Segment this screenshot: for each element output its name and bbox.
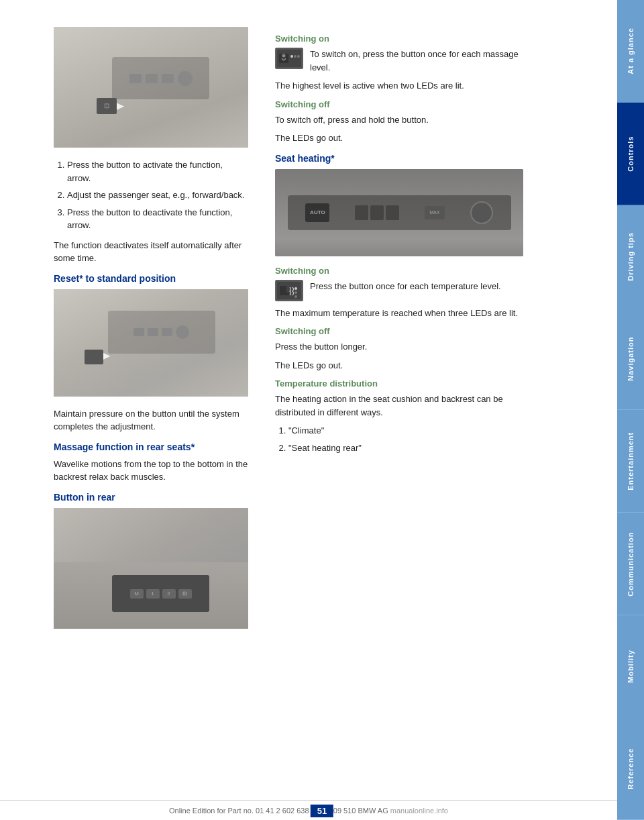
sidebar-item-entertainment[interactable]: Entertainment	[617, 410, 644, 513]
switching-off-heading-1: Switching off	[275, 99, 523, 109]
sidebar-item-controls[interactable]: Controls	[617, 103, 644, 205]
seat-heating-heading: Seat heating*	[275, 153, 523, 164]
leds-go-out-2: The LEDs go out.	[275, 359, 523, 372]
massage-on-icon	[275, 48, 303, 69]
sidebar-item-at-a-glance[interactable]: At a glance	[617, 0, 644, 103]
sidebar-item-communication[interactable]: Communication	[617, 513, 644, 615]
auto-deactivate-text: The function deactivates itself automati…	[54, 239, 248, 265]
seat-switching-on-row: Press the button once for each temperatu…	[275, 280, 523, 301]
sidebar-item-navigation[interactable]: Navigation	[617, 307, 644, 410]
seat-control-image-2: ➤	[54, 289, 248, 397]
steps-list: Press the button to activate the functio…	[67, 158, 248, 232]
sidebar-item-driving-tips[interactable]: Driving tips	[617, 205, 644, 308]
svg-point-5	[297, 55, 300, 58]
temp-dist-list: "Climate" "Seat heating rear"	[288, 424, 523, 454]
massage-heading: Massage function in rear seats*	[54, 442, 248, 452]
sidebar-item-reference[interactable]: Reference	[617, 717, 644, 820]
reset-body: Maintain pressure on the button until th…	[54, 407, 248, 433]
footer-watermark: manualonline.info	[390, 807, 448, 815]
leds-go-out-1: The LEDs go out.	[275, 132, 523, 145]
seat-switching-on-text: Press the button once for each temperatu…	[310, 280, 501, 293]
temp-dist-heading: Temperature distribution	[275, 378, 523, 389]
massage-body: Wavelike motions from the top to the bot…	[54, 458, 248, 484]
svg-point-11	[294, 295, 297, 298]
seat-control-image-1: ➤ ⊡	[54, 27, 248, 148]
footer-copyright: Online Edition for Part no. 01 41 2 602 …	[169, 807, 388, 815]
main-content: ➤ ⊡ Press the button to activate the fun…	[0, 0, 617, 820]
page-number-area: 51	[311, 805, 333, 817]
button-in-rear-heading: Button in rear	[54, 492, 248, 503]
sidebar: At a glance Controls Driving tips Naviga…	[617, 0, 644, 820]
page-container: ➤ ⊡ Press the button to activate the fun…	[0, 0, 644, 820]
reset-heading: Reset* to standard position	[54, 273, 248, 284]
right-column: Switching on To switch on,	[262, 13, 537, 793]
seat-heat-icon	[275, 280, 303, 301]
switching-on-row: To switch on, press the button once for …	[275, 48, 523, 74]
switching-on-text: To switch on, press the button once for …	[310, 48, 523, 74]
seat-max-temp-text: The maximum temperature is reached when …	[275, 307, 523, 320]
temp-dist-text: The heating action in the seat cushion a…	[275, 393, 523, 419]
page-number: 51	[311, 805, 333, 817]
svg-point-10	[294, 291, 297, 294]
switching-on-heading: Switching on	[275, 34, 523, 44]
svg-point-9	[294, 287, 297, 290]
seat-switching-off-heading: Switching off	[275, 326, 523, 336]
seat-switching-off-text: Press the button longer.	[275, 340, 523, 354]
seat-heating-image: AUTO MAX	[275, 169, 523, 256]
page-footer: Online Edition for Part no. 01 41 2 602 …	[0, 800, 617, 820]
temp-dist-item-2: "Seat heating rear"	[288, 442, 523, 455]
step-1: Press the button to activate the functio…	[67, 158, 248, 185]
svg-rect-8	[280, 293, 289, 295]
seat-switching-on-heading: Switching on	[275, 266, 523, 276]
switching-off-text-1: To switch off, press and hold the button…	[275, 113, 523, 127]
svg-point-4	[294, 55, 297, 58]
svg-point-2	[282, 54, 286, 58]
sidebar-item-mobility[interactable]: Mobility	[617, 615, 644, 718]
left-column: ➤ ⊡ Press the button to activate the fun…	[0, 13, 262, 793]
temp-dist-item-1: "Climate"	[288, 424, 523, 438]
svg-point-3	[290, 55, 293, 58]
highest-level-text: The highest level is active when two LED…	[275, 79, 523, 93]
seat-control-image-3: M 1 2 ⊡	[54, 508, 248, 629]
step-2: Adjust the passenger seat, e.g., forward…	[67, 189, 248, 202]
step-3: Press the button to deactivate the funct…	[67, 206, 248, 232]
